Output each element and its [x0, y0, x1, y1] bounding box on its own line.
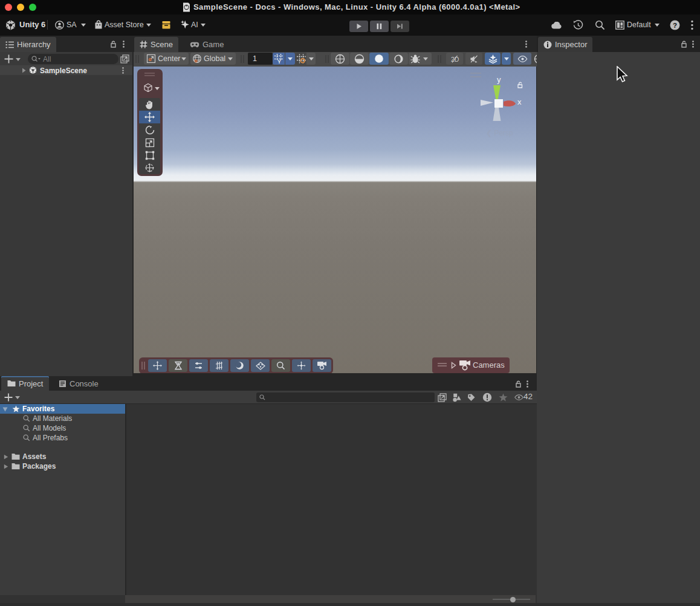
svg-text:Y: Y [277, 59, 280, 64]
svg-text:?: ? [673, 22, 677, 29]
